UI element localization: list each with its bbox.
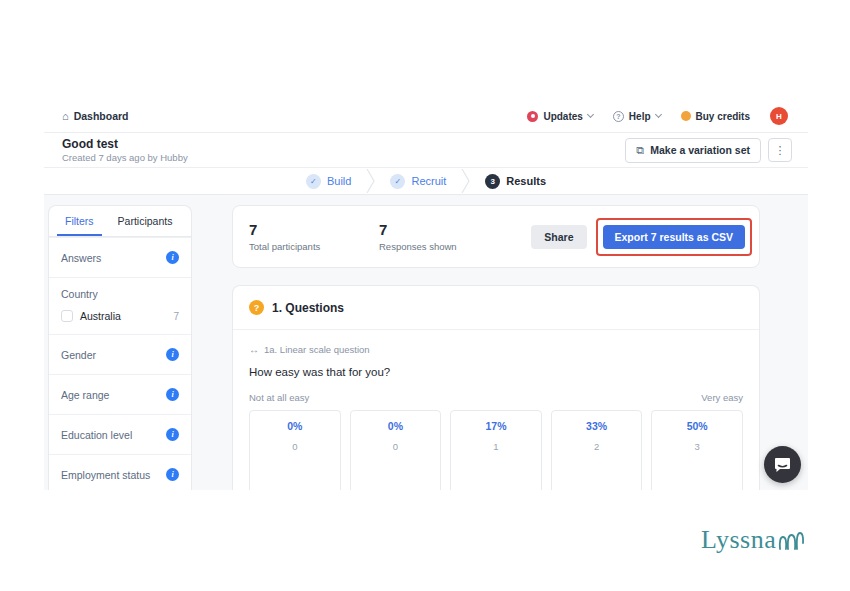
- column-percent: 50%: [652, 420, 742, 432]
- question-type-label: 1a. Linear scale question: [264, 344, 370, 355]
- dashboard-link[interactable]: ⌂ Dashboard: [62, 110, 129, 122]
- column-count: 2: [552, 441, 642, 452]
- info-icon[interactable]: i: [166, 348, 179, 361]
- checkbox[interactable]: [61, 310, 73, 322]
- questions-card-body: ↔ 1a. Linear scale question How easy was…: [233, 330, 759, 490]
- variation-icon: ⧉: [636, 144, 644, 157]
- sidebar-group-country: Country Australia 7: [49, 277, 191, 334]
- chat-widget-button[interactable]: [764, 446, 801, 483]
- employment-status-label: Employment status: [61, 469, 150, 481]
- scale-column-5: 50% 3: [651, 410, 743, 490]
- export-button-wrap: Export 7 results as CSV: [603, 225, 745, 249]
- scale-column-3: 17% 1: [450, 410, 542, 490]
- column-count: 1: [451, 441, 541, 452]
- sidebar-tabs: Filters Participants: [49, 206, 191, 237]
- updates-icon: [527, 111, 538, 122]
- stat-responses-shown: 7 Responses shown: [379, 221, 509, 252]
- scale-chart: 0% 0 0% 0 17% 1: [249, 410, 743, 490]
- test-title-block: Good test Created 7 days ago by Hubby: [62, 137, 188, 164]
- test-title-bar: Good test Created 7 days ago by Hubby ⧉ …: [44, 133, 808, 168]
- gender-label: Gender: [61, 349, 96, 361]
- questions-header-label: 1. Questions: [272, 301, 344, 315]
- test-subtitle: Created 7 days ago by Hubby: [62, 152, 188, 163]
- make-variation-button[interactable]: ⧉ Make a variation set: [625, 138, 761, 163]
- country-label: Country: [61, 288, 179, 300]
- chevron-down-icon: [654, 111, 661, 118]
- home-icon: ⌂: [62, 110, 69, 122]
- check-icon: ✓: [390, 174, 405, 189]
- option-count: 7: [173, 311, 179, 322]
- column-count: 0: [250, 441, 340, 452]
- app-window: ⌂ Dashboard Updates ? Help Buy credits H…: [44, 100, 808, 490]
- check-icon: ✓: [306, 174, 321, 189]
- question-text: How easy was that for you?: [249, 366, 743, 378]
- lyssna-logo-text: Lyssna: [701, 527, 776, 553]
- help-icon: ?: [613, 111, 624, 122]
- updates-menu[interactable]: Updates: [527, 111, 592, 122]
- filters-sidebar: Filters Participants Answers i Country A…: [48, 205, 192, 490]
- title-bar-actions: ⧉ Make a variation set ⋮: [625, 138, 792, 163]
- step-results-label: Results: [506, 175, 546, 187]
- summary-card: 7 Total participants 7 Responses shown S…: [232, 205, 760, 268]
- info-icon[interactable]: i: [166, 468, 179, 481]
- test-title: Good test: [62, 137, 188, 153]
- scale-column-4: 33% 2: [551, 410, 643, 490]
- updates-label: Updates: [543, 111, 582, 122]
- more-options-button[interactable]: ⋮: [768, 138, 792, 162]
- age-range-label: Age range: [61, 389, 109, 401]
- step-number-badge: 3: [485, 174, 500, 189]
- scale-column-2: 0% 0: [350, 410, 442, 490]
- sidebar-item-answers[interactable]: Answers i: [49, 237, 191, 277]
- option-label: Australia: [80, 310, 166, 322]
- sidebar-item-employment-status[interactable]: Employment status i: [49, 454, 191, 490]
- tab-filters[interactable]: Filters: [57, 206, 102, 236]
- question-section-icon: ?: [249, 300, 264, 315]
- credits-coin-icon: [681, 111, 691, 121]
- export-csv-button[interactable]: Export 7 results as CSV: [603, 225, 745, 249]
- education-level-label: Education level: [61, 429, 132, 441]
- help-menu[interactable]: ? Help: [613, 111, 661, 122]
- help-label: Help: [629, 111, 651, 122]
- step-recruit-label: Recruit: [411, 175, 446, 187]
- info-icon[interactable]: i: [166, 388, 179, 401]
- scale-label-left: Not at all easy: [249, 392, 309, 403]
- tab-participants[interactable]: Participants: [110, 206, 181, 236]
- questions-card-header: ? 1. Questions: [233, 286, 759, 330]
- column-count: 3: [652, 441, 742, 452]
- linear-scale-icon: ↔: [249, 344, 259, 355]
- dashboard-label: Dashboard: [74, 110, 129, 122]
- step-separator: [366, 169, 375, 193]
- buy-credits-button[interactable]: Buy credits: [681, 111, 750, 122]
- column-count: 0: [351, 441, 441, 452]
- top-bar-actions: Updates ? Help Buy credits H: [527, 107, 788, 125]
- content-area: Filters Participants Answers i Country A…: [44, 195, 808, 490]
- column-percent: 0%: [250, 420, 340, 432]
- sidebar-item-education-level[interactable]: Education level i: [49, 414, 191, 454]
- stat-value: 7: [249, 221, 379, 238]
- stat-total-participants: 7 Total participants: [249, 221, 379, 252]
- messenger-icon: [774, 457, 791, 473]
- step-build-label: Build: [327, 175, 351, 187]
- step-build[interactable]: ✓ Build: [306, 174, 351, 189]
- column-percent: 33%: [552, 420, 642, 432]
- scale-labels-row: Not at all easy Very easy: [249, 392, 743, 403]
- step-results[interactable]: 3 Results: [485, 174, 546, 189]
- column-percent: 0%: [351, 420, 441, 432]
- step-recruit[interactable]: ✓ Recruit: [390, 174, 446, 189]
- lyssna-logo: Lyssna: [701, 527, 804, 553]
- scale-column-1: 0% 0: [249, 410, 341, 490]
- user-avatar[interactable]: H: [770, 107, 788, 125]
- kebab-icon: ⋮: [775, 144, 786, 157]
- question-type-row: ↔ 1a. Linear scale question: [249, 344, 743, 355]
- results-main: 7 Total participants 7 Responses shown S…: [232, 205, 760, 490]
- share-button[interactable]: Share: [531, 225, 586, 249]
- country-option-australia[interactable]: Australia 7: [61, 310, 179, 322]
- sidebar-item-age-range[interactable]: Age range i: [49, 374, 191, 414]
- stat-label: Total participants: [249, 241, 379, 252]
- column-percent: 17%: [451, 420, 541, 432]
- sidebar-item-gender[interactable]: Gender i: [49, 334, 191, 374]
- buy-credits-label: Buy credits: [696, 111, 750, 122]
- workflow-steps: ✓ Build ✓ Recruit 3 Results: [44, 168, 808, 195]
- info-icon[interactable]: i: [166, 251, 179, 264]
- info-icon[interactable]: i: [166, 428, 179, 441]
